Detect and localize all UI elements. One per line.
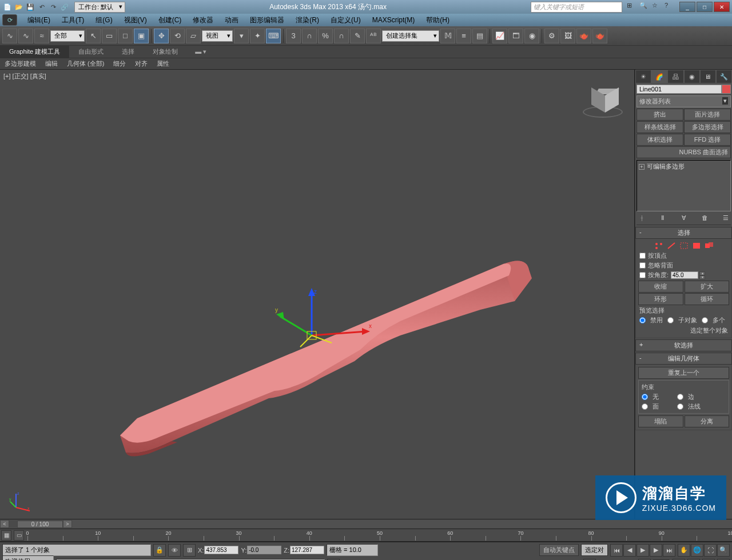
next-key-icon[interactable]: ▶ [650,544,662,557]
pan-view-icon[interactable]: ✋ [678,544,690,557]
info-icon[interactable]: ⊞ [627,2,637,12]
element-level-icon[interactable] [705,242,714,250]
tab-utilities-icon[interactable]: 🔧 [716,70,732,83]
named-selection-dropdown[interactable]: 创建选择集 [382,30,439,42]
mod-btn-polysel[interactable]: 多边形选择 [684,121,731,133]
rotate-tool-icon[interactable]: ⟲ [170,29,185,43]
move-gizmo[interactable]: z x y [272,287,375,355]
panel-subdiv[interactable]: 细分 [109,58,130,69]
menu-animation[interactable]: 动画 [219,14,244,26]
constraint-face-radio[interactable] [642,403,648,410]
mod-btn-extrude[interactable]: 挤出 [636,109,683,121]
workspace-dropdown[interactable]: 工作台: 默认 [74,2,125,13]
open-icon[interactable]: 📂 [14,2,24,12]
undo-icon[interactable]: ↶ [37,2,47,12]
menu-grapheditors[interactable]: 图形编辑器 [244,14,290,26]
viewcube[interactable] [583,81,623,121]
modifier-list-dropdown[interactable]: 修改器列表 [636,95,731,107]
tab-create-icon[interactable]: ☀ [635,70,651,83]
menu-modifiers[interactable]: 修改器 [187,14,219,26]
rollout-header[interactable]: -编辑几何体 [635,353,732,365]
panel-align[interactable]: 对齐 [130,58,152,69]
community-icon[interactable]: 🔍 [639,2,650,12]
ribbon-expand-icon[interactable]: ▬ ▾ [192,47,210,57]
window-crossing-icon[interactable]: ▣ [134,29,149,43]
selection-filter-dropdown[interactable]: 全部 [50,30,85,42]
trackbar-menu-icon[interactable]: ▦ [1,530,11,541]
save-icon[interactable]: 💾 [25,2,35,12]
play-icon[interactable]: ▶ [636,544,649,557]
bind-tool-icon[interactable]: ≈ [34,29,49,43]
panel-polymodel[interactable]: 多边形建模 [0,58,41,69]
menu-maxscript[interactable]: MAXScript(M) [367,15,421,25]
prev-key-icon[interactable]: ◀ [623,544,636,557]
viewport[interactable]: [+] [正交] [真实] z x y [0,70,635,519]
constraint-normal-radio[interactable] [677,403,683,410]
align-icon[interactable]: ≡ [456,29,471,43]
move-tool-icon[interactable]: ✥ [154,29,169,43]
border-level-icon[interactable] [679,242,689,250]
mod-btn-patchsel[interactable]: 面片选择 [684,109,731,121]
scale-tool-icon[interactable]: ▱ [186,29,201,43]
ignore-backfacing-checkbox[interactable] [639,262,646,269]
menu-tools[interactable]: 工具(T) [56,14,90,26]
menu-group[interactable]: 组(G) [90,14,118,26]
edit-named-sel-icon[interactable]: ✎ [350,29,365,43]
time-slider[interactable]: < 0 / 100 > [0,519,732,529]
loop-button[interactable]: 循环 [685,293,730,305]
redo-icon[interactable]: ↷ [48,2,58,12]
shrink-button[interactable]: 收缩 [638,281,683,293]
menu-edit[interactable]: 编辑(E) [22,14,56,26]
isolate-icon[interactable]: 👁 [168,544,181,557]
curve-editor-icon[interactable]: 📈 [492,29,507,43]
next-frame-icon[interactable]: > [63,520,72,528]
preview-multi-radio[interactable] [702,317,708,323]
render-iter-icon[interactable]: 🫖 [592,29,607,43]
keyboard-shortcut-icon[interactable]: ⌨ [266,29,281,43]
time-slider-handle[interactable]: 0 / 100 [17,521,63,528]
rollout-header[interactable]: +软选择 [635,339,732,351]
minimize-button[interactable]: _ [679,2,695,12]
zoom-icon[interactable]: 🔍 [717,544,730,557]
show-end-icon[interactable]: Ⅱ [658,214,668,223]
menu-customize[interactable]: 自定义(U) [325,14,367,26]
snap-3-icon[interactable]: 3 [286,29,301,43]
star-icon[interactable]: ☆ [652,2,662,12]
mirror-icon[interactable]: 𝕄 [440,29,455,43]
modifier-stack[interactable]: + 可编辑多边形 [636,160,731,211]
render-prod-icon[interactable]: 🫖 [576,29,591,43]
select-name-icon[interactable]: ▭ [102,29,117,43]
app-logo-icon[interactable]: ⟳ [2,14,17,26]
maximize-button[interactable]: □ [697,2,713,12]
ribbon-tab-selection[interactable]: 选择 [113,46,144,58]
by-angle-checkbox[interactable] [639,272,646,278]
constraint-none-radio[interactable] [642,394,648,400]
object-name-input[interactable]: Line001 [636,85,722,94]
pivot-center-icon[interactable]: ▾ [234,29,249,43]
tab-motion-icon[interactable]: ◉ [684,70,700,83]
tab-hierarchy-icon[interactable]: 品 [667,70,683,83]
by-vertex-checkbox[interactable] [639,253,646,259]
tab-display-icon[interactable]: 🖥 [700,70,716,83]
menu-create[interactable]: 创建(C) [153,14,188,26]
maximize-viewport-icon[interactable]: ⛶ [704,544,717,557]
menu-rendering[interactable]: 渲染(R) [290,14,325,26]
constraint-edge-radio[interactable] [677,394,683,400]
close-button[interactable]: ✕ [714,2,730,12]
panel-props[interactable]: 属性 [152,58,174,69]
angle-spinner[interactable]: 45.0▴▾ [671,271,705,279]
auto-key-button[interactable]: 自动关键点 [539,544,579,556]
pin-stack-icon[interactable]: ⟊ [636,214,647,223]
layers-icon[interactable]: ▤ [472,29,487,43]
link-tool-icon[interactable]: ∿ [2,29,17,43]
spinner-snap-icon[interactable]: ∩ [334,29,349,43]
link-icon[interactable]: 🔗 [59,2,70,12]
grow-button[interactable]: 扩大 [685,281,730,293]
coord-x-input[interactable]: 437.853 [204,546,238,554]
selected-key-button[interactable]: 选定对 [581,544,608,556]
ribbon-tab-graphite[interactable]: Graphite 建模工具 [0,46,69,58]
expand-icon[interactable]: + [639,164,645,170]
stack-node-editpoly[interactable]: + 可编辑多边形 [638,162,729,171]
goto-end-icon[interactable]: ⏭ [663,544,675,557]
panel-edit[interactable]: 编辑 [41,58,62,69]
